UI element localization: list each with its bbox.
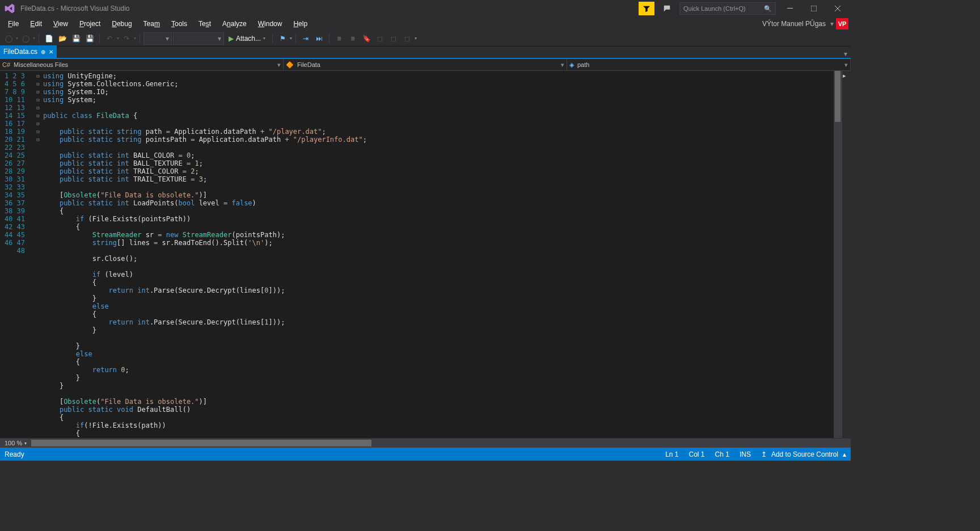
nav-scope-label: Miscellaneous Files <box>14 61 68 68</box>
document-tab-row: FileData.cs ⊕ ✕ ▾ <box>0 47 851 59</box>
save-all-icon[interactable]: 💾 <box>83 32 96 45</box>
svg-rect-1 <box>811 6 817 11</box>
nav-member-combo[interactable]: ◈ path ▾ <box>567 59 851 70</box>
zoom-label: 100 % <box>5 440 22 446</box>
zoom-combo[interactable]: 100 % ▾ <box>0 440 31 446</box>
tab-title: FileData.cs <box>3 48 37 56</box>
publish-icon[interactable]: ↥ <box>761 450 767 458</box>
menu-edit[interactable]: Edit <box>24 19 48 29</box>
comment-icon[interactable]: ≡ <box>333 32 345 45</box>
scrollbar-thumb[interactable] <box>31 440 371 446</box>
side-tool-rail: ▸ <box>842 71 851 438</box>
redo-button[interactable]: ↷ <box>120 32 133 45</box>
menu-debug[interactable]: Debug <box>106 19 137 29</box>
status-line: Ln 1 <box>665 450 678 458</box>
nav-back-button[interactable]: ◯ <box>2 32 15 45</box>
menu-help[interactable]: Help <box>288 19 313 29</box>
main-toolbar: ◯ ▾ ◯ ▾ 📄 📂 💾 💾 ↶ ▾ ↷ ▾ ▾ ▾ ▶ Attach... … <box>0 31 851 47</box>
status-col: Col 1 <box>689 450 705 458</box>
close-icon[interactable]: ✕ <box>49 49 53 55</box>
horizontal-scrollbar[interactable] <box>31 439 851 448</box>
svg-rect-0 <box>787 8 793 9</box>
solution-config-combo[interactable]: ▾ <box>143 32 172 45</box>
nav-type-label: FileData <box>297 61 320 68</box>
vs-logo-icon <box>3 2 16 15</box>
nav-type-combo[interactable]: 🔶 FileData ▾ <box>284 59 567 70</box>
uncomment-icon[interactable]: ≡ <box>347 32 359 45</box>
fold-column[interactable]: ⊟ ⊟ ⊟ ⊟ ⊟ ⊟ ⊟ ⊟ ⊟ <box>34 71 42 438</box>
status-ready: Ready <box>5 450 655 458</box>
solution-platform-combo[interactable]: ▾ <box>173 32 224 45</box>
nav-member-label: path <box>577 61 589 68</box>
class-icon: 🔶 <box>286 61 294 69</box>
window-title: FileData.cs - Microsoft Visual Studio <box>20 5 130 12</box>
step-over-icon[interactable]: ⏭ <box>313 32 326 45</box>
document-tab-active[interactable]: FileData.cs ⊕ ✕ <box>0 45 57 58</box>
open-file-icon[interactable]: 📂 <box>56 32 69 45</box>
code-nav-bar: C# Miscellaneous Files ▾ 🔶 FileData ▾ ◈ … <box>0 59 851 71</box>
vertical-scrollbar[interactable] <box>834 71 842 438</box>
user-badge[interactable]: VP <box>836 18 848 30</box>
chevron-down-icon: ▾ <box>24 441 27 446</box>
new-project-icon[interactable]: 📄 <box>43 32 55 45</box>
minimize-button[interactable] <box>780 1 800 16</box>
field-icon: ◈ <box>569 61 574 69</box>
maximize-button[interactable] <box>804 1 823 16</box>
save-icon[interactable]: 💾 <box>70 32 82 45</box>
undo-button[interactable]: ↶ <box>103 32 116 45</box>
status-bar: Ready Ln 1 Col 1 Ch 1 INS ↥ Add to Sourc… <box>0 448 851 461</box>
notifications-icon[interactable] <box>639 2 654 15</box>
csharp-file-icon: C# <box>2 61 10 68</box>
attach-label: Attach... <box>236 35 261 43</box>
status-ins: INS <box>740 450 751 458</box>
chevron-down-icon: ▾ <box>844 61 848 69</box>
toolbar-btn-a[interactable]: ◻ <box>374 32 386 45</box>
menu-analyze[interactable]: Analyze <box>217 19 252 29</box>
scrollbar-thumb[interactable] <box>835 71 840 122</box>
menu-window[interactable]: Window <box>252 19 288 29</box>
menu-bar: File Edit View Project Debug Team Tools … <box>0 17 851 31</box>
attach-debugger-button[interactable]: ▶ Attach... ▾ <box>225 32 269 45</box>
feedback-icon[interactable] <box>659 2 675 15</box>
tab-overflow-button[interactable]: ▾ <box>840 50 851 58</box>
toolbar-btn-b[interactable]: ◻ <box>387 32 400 45</box>
bookmark-icon[interactable]: 🔖 <box>360 32 373 45</box>
menu-file[interactable]: File <box>2 19 24 29</box>
horizontal-scroll-row: 100 % ▾ <box>0 438 851 448</box>
step-into-icon[interactable]: ⇥ <box>299 32 312 45</box>
quick-launch-placeholder: Quick Launch (Ctrl+Q) <box>683 5 764 12</box>
code-area[interactable]: using UnityEngine; using System.Collecti… <box>42 71 834 438</box>
user-chevron-icon[interactable]: ▾ <box>830 20 834 28</box>
line-number-gutter: 1 2 3 4 5 6 7 8 9 10 11 12 13 14 15 16 1… <box>0 71 34 438</box>
menu-team[interactable]: Team <box>138 19 166 29</box>
status-scm[interactable]: Add to Source Control <box>771 450 838 458</box>
chevron-down-icon: ▾ <box>277 61 281 69</box>
quick-launch-input[interactable]: Quick Launch (Ctrl+Q) 🔍 <box>679 2 776 15</box>
pin-icon[interactable]: ⊕ <box>41 49 45 55</box>
nav-forward-button[interactable]: ◯ <box>19 32 32 45</box>
menu-test[interactable]: Test <box>193 19 217 29</box>
find-in-files-icon[interactable]: ⚑ <box>276 32 289 45</box>
menu-tools[interactable]: Tools <box>166 19 193 29</box>
menu-view[interactable]: View <box>48 19 74 29</box>
status-ch: Ch 1 <box>715 450 729 458</box>
title-bar: FileData.cs - Microsoft Visual Studio Qu… <box>0 0 851 17</box>
user-name[interactable]: VÝtor Manuel PÛgas <box>762 20 826 28</box>
search-icon: 🔍 <box>764 5 772 12</box>
toolbar-btn-c[interactable]: ◻ <box>401 32 413 45</box>
code-editor[interactable]: 1 2 3 4 5 6 7 8 9 10 11 12 13 14 15 16 1… <box>0 71 851 438</box>
play-icon: ▶ <box>229 35 234 43</box>
menu-project[interactable]: Project <box>74 19 106 29</box>
expand-rail-icon[interactable]: ▸ <box>843 72 851 80</box>
chevron-down-icon: ▾ <box>561 61 564 69</box>
chevron-up-icon[interactable]: ▴ <box>843 450 846 458</box>
close-button[interactable] <box>828 1 847 16</box>
nav-scope-combo[interactable]: C# Miscellaneous Files ▾ <box>0 59 284 70</box>
